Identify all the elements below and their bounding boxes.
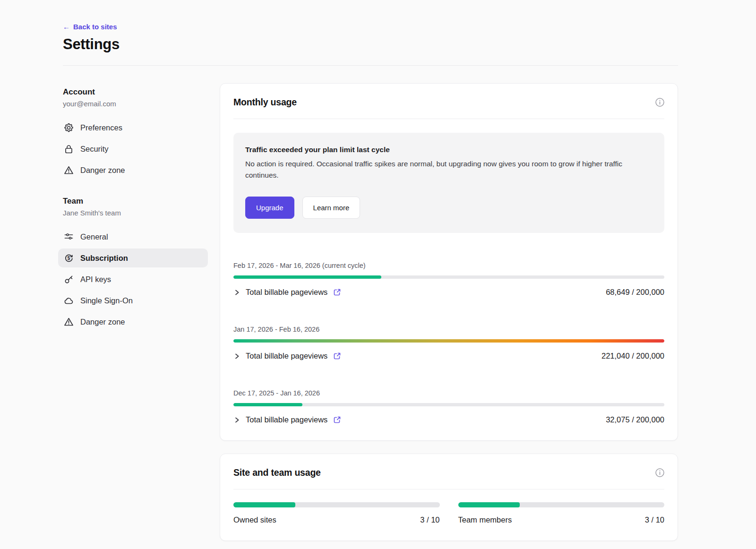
upgrade-button[interactable]: Upgrade — [245, 197, 294, 219]
sidebar-item-label: Danger zone — [80, 166, 125, 175]
usage-cycle-previous: Jan 17, 2026 - Feb 16, 2026 Total billab… — [233, 326, 664, 360]
info-icon[interactable] — [655, 98, 664, 107]
chevron-right-icon — [233, 416, 241, 424]
sidebar-item-security[interactable]: Security — [58, 139, 208, 158]
traffic-exceeded-notice: Traffic exceeded your plan limit last cy… — [233, 133, 664, 233]
team-members-label: Team members — [458, 515, 512, 524]
external-link-icon[interactable] — [333, 352, 341, 360]
team-members-meter: Team members 3 / 10 — [458, 502, 665, 524]
sidebar-item-label: General — [80, 232, 108, 241]
usage-value: 221,040 / 200,000 — [601, 352, 664, 360]
gear-icon — [64, 123, 74, 133]
usage-value: 68,649 / 200,000 — [606, 288, 664, 297]
sidebar-item-api-keys[interactable]: API keys — [58, 270, 208, 289]
external-link-icon[interactable] — [333, 288, 341, 296]
metric-label: Total billable pageviews — [246, 288, 327, 297]
cycle-period: Jan 17, 2026 - Feb 16, 2026 — [233, 326, 664, 333]
account-section: Account your@email.com Preferences Secur… — [63, 87, 220, 180]
owned-sites-fill — [233, 502, 295, 507]
settings-page: ← Back to sites Settings Account your@em… — [63, 0, 678, 549]
usage-progress-track — [233, 403, 664, 406]
arrow-left-icon: ← — [63, 23, 70, 31]
external-link-icon[interactable] — [333, 416, 341, 424]
usage-progress-fill — [233, 339, 664, 343]
usage-progress-track — [233, 275, 664, 279]
monthly-usage-title: Monthly usage — [233, 97, 297, 108]
owned-sites-meter: Owned sites 3 / 10 — [233, 502, 440, 524]
warning-icon — [64, 165, 74, 175]
team-heading: Team — [63, 197, 220, 206]
billable-pageviews-expander[interactable]: Total billable pageviews — [233, 288, 341, 297]
billable-pageviews-expander[interactable]: Total billable pageviews — [233, 352, 341, 360]
chevron-right-icon — [233, 289, 241, 296]
usage-progress-fill — [233, 275, 381, 279]
usage-progress-track — [233, 339, 664, 343]
sidebar-item-preferences[interactable]: Preferences — [58, 118, 208, 137]
team-members-track — [458, 502, 665, 507]
metric-label: Total billable pageviews — [246, 415, 327, 424]
back-link-label: Back to sites — [73, 23, 117, 31]
team-name: Jane Smith's team — [63, 209, 220, 217]
metric-label: Total billable pageviews — [246, 352, 327, 360]
site-team-usage-title: Site and team usage — [233, 467, 321, 478]
info-icon[interactable] — [655, 468, 664, 477]
back-to-sites-link[interactable]: ← Back to sites — [63, 23, 117, 31]
learn-more-button[interactable]: Learn more — [302, 197, 361, 219]
account-nav: Preferences Security Danger zone — [58, 118, 208, 180]
sidebar-item-single-sign-on[interactable]: Single Sign-On — [58, 291, 208, 310]
team-nav: General Subscription API keys Single Sig… — [58, 227, 208, 331]
cloud-icon — [64, 296, 74, 306]
dollar-cycle-icon — [64, 253, 74, 263]
sidebar-item-danger-zone-team[interactable]: Danger zone — [58, 312, 208, 331]
lock-icon — [64, 144, 74, 154]
usage-value: 32,075 / 200,000 — [606, 415, 664, 424]
settings-sidebar: Account your@email.com Preferences Secur… — [63, 83, 220, 334]
sidebar-item-subscription[interactable]: Subscription — [58, 249, 208, 267]
usage-progress-fill — [233, 403, 302, 406]
sliders-icon — [64, 232, 74, 242]
sidebar-item-label: Preferences — [80, 123, 122, 132]
cycle-period: Dec 17, 2025 - Jan 16, 2026 — [233, 389, 664, 397]
usage-cycle-current: Feb 17, 2026 - Mar 16, 2026 (current cyc… — [233, 262, 664, 297]
account-heading: Account — [63, 87, 220, 97]
sidebar-item-danger-zone-account[interactable]: Danger zone — [58, 161, 208, 180]
card-divider — [233, 489, 664, 489]
warning-icon — [64, 317, 74, 327]
notice-title: Traffic exceeded your plan limit last cy… — [245, 146, 653, 154]
account-email: your@email.com — [63, 100, 220, 108]
chevron-right-icon — [233, 352, 241, 360]
owned-sites-label: Owned sites — [233, 515, 276, 524]
owned-sites-track — [233, 502, 440, 507]
sidebar-item-label: Danger zone — [80, 317, 125, 326]
sidebar-item-label: Security — [80, 145, 109, 154]
billable-pageviews-expander[interactable]: Total billable pageviews — [233, 415, 341, 424]
card-divider — [233, 119, 664, 119]
team-members-fill — [458, 502, 520, 507]
team-members-count: 3 / 10 — [645, 515, 664, 524]
key-icon — [64, 274, 74, 284]
owned-sites-count: 3 / 10 — [420, 515, 439, 524]
cycle-period: Feb 17, 2026 - Mar 16, 2026 (current cyc… — [233, 262, 664, 269]
sidebar-item-label: Subscription — [80, 254, 128, 263]
page-title: Settings — [63, 36, 678, 53]
usage-cycle-older: Dec 17, 2025 - Jan 16, 2026 Total billab… — [233, 389, 664, 424]
sidebar-item-label: API keys — [80, 275, 111, 284]
sidebar-item-general[interactable]: General — [58, 227, 208, 246]
monthly-usage-card: Monthly usage Traffic exceeded your plan… — [220, 83, 678, 441]
team-section: Team Jane Smith's team General Subscript… — [63, 197, 220, 331]
header-divider — [63, 65, 678, 66]
sidebar-item-label: Single Sign-On — [80, 296, 133, 305]
main-panel: Monthly usage Traffic exceeded your plan… — [220, 83, 678, 541]
notice-body: No action is required. Occasional traffi… — [245, 158, 653, 181]
site-team-usage-card: Site and team usage Owned sites 3 / 10 — [220, 454, 678, 541]
